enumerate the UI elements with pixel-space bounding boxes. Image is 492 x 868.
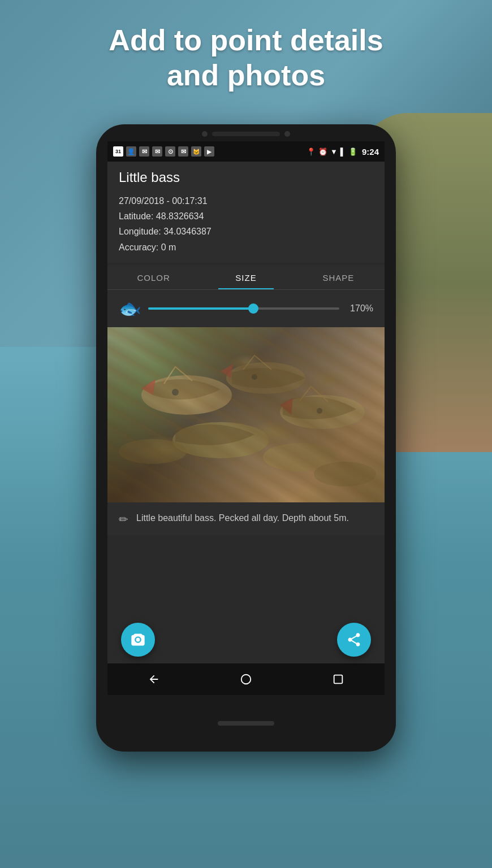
status-bar: 31 👤 ✉ ✉ ⊙ ✉ 🐱 ▶ 📍 ⏰ ▼ ▌ 🔋 9:24 <box>107 141 385 162</box>
edit-icon: ✏ <box>119 513 128 526</box>
front-camera <box>202 131 208 137</box>
phone-bottom-bezel <box>218 695 274 752</box>
size-value: 170% <box>346 303 373 314</box>
latitude-label: Latitude: <box>119 211 153 221</box>
back-button[interactable] <box>143 668 165 691</box>
status-icon-mail3: ✉ <box>178 146 188 157</box>
svg-rect-12 <box>334 675 343 684</box>
svg-point-5 <box>119 439 187 464</box>
home-button-bar <box>218 721 274 726</box>
point-latitude: Latitude: 48.8326634 <box>119 209 373 224</box>
point-details: 27/09/2018 - 00:17:31 Latitude: 48.83266… <box>119 193 373 255</box>
latitude-value: 48.8326634 <box>156 211 204 221</box>
svg-point-0 <box>141 375 232 415</box>
tab-size[interactable]: SIZE <box>200 265 292 289</box>
svg-rect-10 <box>107 327 385 502</box>
size-control-row: 🐟 170% <box>107 290 385 327</box>
status-icon-circle: ⊙ <box>165 146 175 157</box>
recents-icon <box>332 673 344 685</box>
svg-point-6 <box>314 462 376 487</box>
status-battery-icon: 🔋 <box>348 147 357 156</box>
share-fab-button[interactable] <box>337 623 371 657</box>
status-icon-user: 👤 <box>126 146 136 157</box>
accuracy-label: Accuracy: <box>119 242 158 252</box>
svg-point-7 <box>172 389 179 396</box>
note-row: ✏ Little beautiful bass. Pecked all day.… <box>107 502 385 535</box>
status-time: 9:24 <box>362 147 379 157</box>
point-title: Little bass <box>119 170 373 185</box>
accuracy-value: 0 m <box>161 242 176 252</box>
status-alarm-icon: ⏰ <box>318 147 327 156</box>
tabs-bar: COLOR SIZE SHAPE <box>107 265 385 290</box>
status-wifi-icon: ▼ <box>330 147 338 156</box>
home-icon <box>240 673 252 685</box>
point-accuracy: Accuracy: 0 m <box>119 240 373 255</box>
speaker <box>212 132 280 136</box>
page-header: Add to point detailsand photos <box>0 23 492 93</box>
svg-point-8 <box>252 374 257 380</box>
slider-fill <box>148 307 253 310</box>
tab-color[interactable]: COLOR <box>107 265 200 289</box>
status-signal-icon: ▌ <box>340 147 346 156</box>
status-icon-calendar: 31 <box>113 146 123 157</box>
recents-button[interactable] <box>327 668 349 691</box>
camera-icon <box>130 632 146 648</box>
share-icon <box>346 632 362 648</box>
point-longitude: Longitude: 34.0346387 <box>119 224 373 239</box>
svg-point-3 <box>172 422 269 458</box>
phone-top-bezel <box>96 124 396 137</box>
svg-point-11 <box>241 675 251 684</box>
status-icon-play: ▶ <box>204 146 214 157</box>
svg-point-2 <box>280 395 365 429</box>
status-icons-right: 📍 ⏰ ▼ ▌ 🔋 9:24 <box>307 147 379 157</box>
status-icon-mail2: ✉ <box>152 146 162 157</box>
navigation-bar <box>107 663 385 695</box>
tab-shape[interactable]: SHAPE <box>292 265 385 289</box>
home-button[interactable] <box>235 668 257 691</box>
status-icons-left: 31 👤 ✉ ✉ ⊙ ✉ 🐱 ▶ <box>113 146 214 157</box>
slider-thumb[interactable] <box>248 303 258 314</box>
status-location-icon: 📍 <box>307 147 316 156</box>
phone-frame: 31 👤 ✉ ✉ ⊙ ✉ 🐱 ▶ 📍 ⏰ ▼ ▌ 🔋 9:24 Little b… <box>96 124 396 752</box>
fish-photo-svg <box>107 327 385 502</box>
svg-point-9 <box>317 408 322 414</box>
status-icon-mail1: ✉ <box>139 146 149 157</box>
camera-fab-button[interactable] <box>121 623 155 657</box>
status-icon-cat: 🐱 <box>191 146 201 157</box>
point-info-section: Little bass 27/09/2018 - 00:17:31 Latitu… <box>107 162 385 263</box>
size-slider[interactable] <box>148 307 339 310</box>
back-icon <box>148 673 160 685</box>
fish-photo <box>107 327 385 502</box>
point-datetime: 27/09/2018 - 00:17:31 <box>119 193 373 209</box>
longitude-label: Longitude: <box>119 227 161 236</box>
phone-screen: 31 👤 ✉ ✉ ⊙ ✉ 🐱 ▶ 📍 ⏰ ▼ ▌ 🔋 9:24 Little b… <box>107 141 385 695</box>
slider-track <box>148 307 339 310</box>
note-text[interactable]: Little beautiful bass. Pecked all day. D… <box>136 511 373 525</box>
longitude-value: 34.0346387 <box>163 227 212 236</box>
svg-point-1 <box>226 362 305 394</box>
sensor <box>284 131 290 137</box>
svg-point-4 <box>263 443 336 471</box>
fish-icon: 🐟 <box>119 298 141 319</box>
